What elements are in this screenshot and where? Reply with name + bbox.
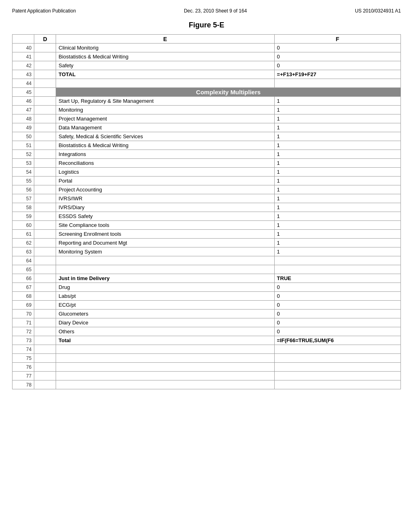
col-d-cell [34,79,56,88]
col-d-cell [34,168,56,177]
row-number: 42 [13,61,34,70]
col-f-cell: 0 [274,61,400,70]
row-number: 59 [13,212,34,221]
table-row: 73Total=IF(F66=TRUE,SUM(F6 [13,336,401,345]
col-d-cell [34,177,56,185]
col-f-cell: =IF(F66=TRUE,SUM(F6 [274,336,400,345]
col-e-cell: Glucometers [56,310,274,318]
table-row: 45Complexity Multipliers [13,88,401,97]
col-f-cell: 1 [274,221,400,230]
col-e-cell: Project Management [56,114,274,123]
col-f-cell: 0 [274,292,400,301]
col-d-cell [34,221,56,230]
col-d-cell [34,283,56,292]
col-f-cell: 1 [274,132,400,141]
col-d-cell [34,345,56,354]
col-e-cell: Integrations [56,150,274,159]
col-e-cell: Biostatistics & Medical Writing [56,52,274,61]
col-f-cell [274,363,400,372]
col-f-cell: 0 [274,318,400,327]
row-number: 41 [13,52,34,61]
col-e-cell [56,363,274,372]
col-e-cell: Screening Enrollment tools [56,230,274,239]
col-e-cell: TOTAL [56,70,274,79]
col-e-cell [56,354,274,363]
table-row: 54Logistics1 [13,168,401,177]
table-row: 72Others0 [13,327,401,336]
col-f-header: F [274,35,400,44]
col-d-cell [34,292,56,301]
col-f-cell: 1 [274,230,400,239]
col-d-cell [34,265,56,274]
col-d-cell [34,327,56,336]
col-d-cell [34,97,56,106]
row-number: 78 [13,380,34,389]
row-number: 66 [13,274,34,283]
col-d-cell [34,88,56,97]
table-row: 62Reporting and Document Mgt1 [13,239,401,247]
col-e-cell: Reporting and Document Mgt [56,239,274,247]
table-row: 65 [13,265,401,274]
col-d-cell [34,52,56,61]
col-e-cell: Drug [56,283,274,292]
col-d-cell [34,239,56,247]
table-row: 71Diary Device0 [13,318,401,327]
col-d-cell [34,336,56,345]
row-number: 57 [13,194,34,203]
table-row: 41Biostatistics & Medical Writing0 [13,52,401,61]
table-row: 70Glucometers0 [13,310,401,318]
row-number: 68 [13,292,34,301]
row-number: 48 [13,114,34,123]
col-d-cell [34,159,56,168]
col-d-cell [34,372,56,380]
col-f-cell: 1 [274,106,400,114]
table-row: 76 [13,363,401,372]
col-e-cell: Others [56,327,274,336]
header-right: US 2010/0324931 A1 [355,8,401,14]
row-number: 46 [13,97,34,106]
col-f-cell: 1 [274,123,400,132]
table-row: 50Safety, Medical & Scientific Services1 [13,132,401,141]
row-number: 50 [13,132,34,141]
table-row: 53Reconciliations1 [13,159,401,168]
col-e-cell: Reconciliations [56,159,274,168]
row-number: 62 [13,239,34,247]
row-number: 71 [13,318,34,327]
col-e-cell: Just in time Delivery [56,274,274,283]
col-f-cell: 1 [274,212,400,221]
col-f-cell: 1 [274,159,400,168]
col-e-cell: Safety [56,61,274,70]
col-d-cell [34,274,56,283]
table-row: 78 [13,380,401,389]
col-f-cell: 1 [274,141,400,150]
table-row: 75 [13,354,401,363]
table-row: 51Biostatistics & Medical Writing1 [13,141,401,150]
col-f-cell: 0 [274,44,400,52]
col-f-cell: 0 [274,327,400,336]
col-d-cell [34,150,56,159]
col-d-header: D [34,35,56,44]
col-d-cell [34,310,56,318]
row-number: 75 [13,354,34,363]
row-number: 40 [13,44,34,52]
col-f-cell: 0 [274,52,400,61]
col-d-cell [34,141,56,150]
col-d-cell [34,301,56,310]
col-f-cell: 1 [274,114,400,123]
row-number: 65 [13,265,34,274]
row-number: 73 [13,336,34,345]
col-e-cell [56,79,274,88]
col-d-cell [34,106,56,114]
col-f-cell: 1 [274,239,400,247]
col-f-cell: 1 [274,194,400,203]
col-d-cell [34,247,56,256]
col-e-cell [56,380,274,389]
row-number: 58 [13,203,34,212]
table-row: 40Clinical Monitorig0 [13,44,401,52]
table-row: 42Safety0 [13,61,401,70]
table-row: 57IVRS/IWR1 [13,194,401,203]
col-d-cell [34,114,56,123]
complexity-header-cell: Complexity Multipliers [56,88,401,97]
table-row: 47Monitoring1 [13,106,401,114]
col-e-cell: Safety, Medical & Scientific Services [56,132,274,141]
